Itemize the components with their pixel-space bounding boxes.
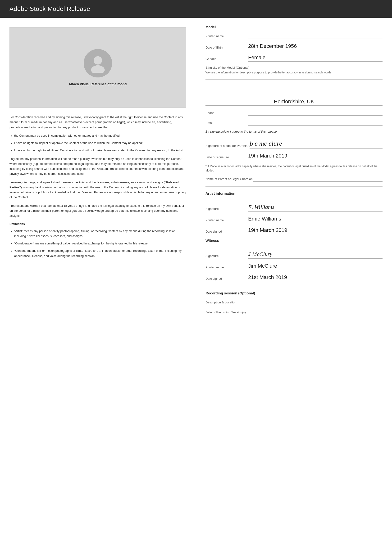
artist-printed-name-row: Printed name Ernie Williams	[205, 216, 383, 223]
ethnicity-desc: We use the information for descriptive p…	[205, 70, 383, 75]
legal-text-block: For Consideration received and by signin…	[9, 115, 186, 259]
parent-guardian-row: Name of Parent or Legal Guardian	[205, 176, 383, 182]
parent-guardian-value[interactable]	[253, 176, 383, 182]
witness-signature-row: Signature J McClury	[205, 247, 383, 259]
phone-value[interactable]	[248, 110, 383, 116]
model-signature-value: b e mc clure	[250, 137, 383, 148]
model-signature-label: Signature of Model (or Parents*)	[205, 144, 250, 148]
divider-1	[205, 79, 383, 80]
left-panel: Attach Visual Reference of the model For…	[0, 18, 196, 329]
artist-section-title: Artist information	[205, 191, 383, 195]
divider-3	[205, 286, 383, 286]
definitions-title: Definitions	[9, 222, 186, 227]
minor-note: * If Model is a minor or lacks capacity …	[205, 164, 383, 173]
location-row: Hertfordshire, UK	[205, 98, 383, 106]
legal-para-4: I represent and warrant that I am at lea…	[9, 203, 186, 219]
witness-printed-name-value: Jim McClure	[248, 263, 383, 270]
bullet-item-1: the Content may be used in combination w…	[14, 133, 186, 138]
ethnicity-block: Ethnicity of the Model (Optional) We use…	[205, 66, 383, 75]
model-section-title: Model	[205, 25, 383, 29]
person-icon	[88, 54, 107, 73]
printed-name-row: Printed name	[205, 33, 383, 39]
address-spacer	[205, 84, 383, 98]
printed-name-value[interactable]	[248, 33, 383, 39]
recording-section: Recording session (Optional) Description…	[205, 291, 383, 315]
witness-date-row: Date signed 21st March 2019	[205, 274, 383, 281]
svg-point-0	[94, 56, 102, 64]
artist-date-row: Date signed 19th March 2019	[205, 227, 383, 234]
gender-label: Gender	[205, 57, 248, 62]
legal-para-2: I agree that my personal information wil…	[9, 157, 186, 177]
ethnicity-label: Ethnicity of the Model (Optional)	[205, 66, 383, 69]
svg-point-1	[91, 65, 105, 73]
artist-signature-value: E. Williams	[248, 200, 383, 212]
witness-section: Witness Signature J McClury Printed name…	[205, 238, 383, 281]
model-signature-img: b e mc clure	[250, 140, 282, 147]
witness-date-value: 21st March 2019	[248, 274, 383, 281]
artist-printed-name-value: Ernie Williams	[248, 216, 383, 223]
email-value[interactable]	[248, 120, 383, 125]
header: Adobe Stock Model Release	[0, 0, 392, 18]
legal-para-3: I release, discharge, and agree to hold …	[9, 180, 186, 200]
bullet-list: the Content may be used in combination w…	[9, 133, 186, 153]
artist-date-value: 19th March 2019	[248, 227, 383, 234]
gender-value: Female	[248, 55, 383, 62]
artist-section: Artist information Signature E. Williams…	[205, 191, 383, 234]
date-signature-label: Date of signature	[205, 155, 248, 160]
dob-label: Date of Birth	[205, 46, 248, 50]
bullet-item-2: I have no rights to inspect or approve t…	[14, 141, 186, 146]
divider-2	[205, 187, 383, 187]
email-label: Email	[205, 121, 248, 125]
witness-signature-value: J McClury	[248, 247, 383, 259]
location-value: Hertfordshire, UK	[205, 98, 383, 106]
right-panel: Model Printed name Date of Birth 28th De…	[196, 18, 392, 329]
artist-printed-name-label: Printed name	[205, 218, 248, 223]
witness-signature-label: Signature	[205, 254, 248, 259]
description-location-row: Description & Location	[205, 299, 383, 305]
definitions-list: “Artist” means any person or entity phot…	[9, 229, 186, 259]
avatar-placeholder	[84, 49, 112, 77]
gender-row: Gender Female	[205, 55, 383, 62]
dob-value: 28th December 1956	[248, 43, 383, 50]
recording-date-label: Date of Recording Session(s)	[205, 311, 248, 315]
recording-date-row: Date of Recording Session(s)	[205, 309, 383, 315]
description-location-value[interactable]	[248, 299, 383, 305]
model-signature-row: Signature of Model (or Parents*) b e mc …	[205, 137, 383, 148]
definition-artist: “Artist” means any person or entity phot…	[14, 229, 186, 239]
main-content: Attach Visual Reference of the model For…	[0, 18, 392, 329]
page-title: Adobe Stock Model Release	[9, 5, 383, 13]
witness-signature-img: J McClury	[248, 251, 272, 257]
recording-section-title: Recording session (Optional)	[205, 291, 383, 295]
phone-label: Phone	[205, 111, 248, 116]
legal-para-1: For Consideration received and by signin…	[9, 115, 186, 130]
witness-printed-name-row: Printed name Jim McClure	[205, 263, 383, 270]
signing-note: By signing below, i agree to the terms o…	[205, 130, 383, 133]
artist-signature-img: E. Williams	[248, 204, 274, 210]
photo-label: Attach Visual Reference of the model	[69, 82, 127, 86]
witness-section-title: Witness	[205, 238, 383, 242]
artist-signature-row: Signature E. Williams	[205, 200, 383, 212]
printed-name-label: Printed name	[205, 34, 248, 39]
phone-row: Phone	[205, 110, 383, 116]
bullet-item-3: I have no further right to additional Co…	[14, 148, 186, 153]
dob-row: Date of Birth 28th December 1956	[205, 43, 383, 50]
definition-consideration: “Consideration” means something of value…	[14, 241, 186, 246]
definition-content: “Content” means still or motion photogra…	[14, 249, 186, 259]
artist-date-label: Date signed	[205, 230, 248, 234]
witness-date-label: Date signed	[205, 277, 248, 281]
artist-signature-label: Signature	[205, 207, 248, 212]
witness-printed-name-label: Printed name	[205, 265, 248, 270]
recording-date-value[interactable]	[248, 309, 383, 315]
description-location-label: Description & Location	[205, 301, 248, 305]
photo-upload-area[interactable]: Attach Visual Reference of the model	[9, 27, 186, 108]
email-row: Email	[205, 120, 383, 125]
date-signature-row: Date of signature 19th March 2019	[205, 153, 383, 160]
date-signature-value: 19th March 2019	[248, 153, 383, 160]
parent-guardian-label: Name of Parent or Legal Guardian	[205, 177, 253, 182]
